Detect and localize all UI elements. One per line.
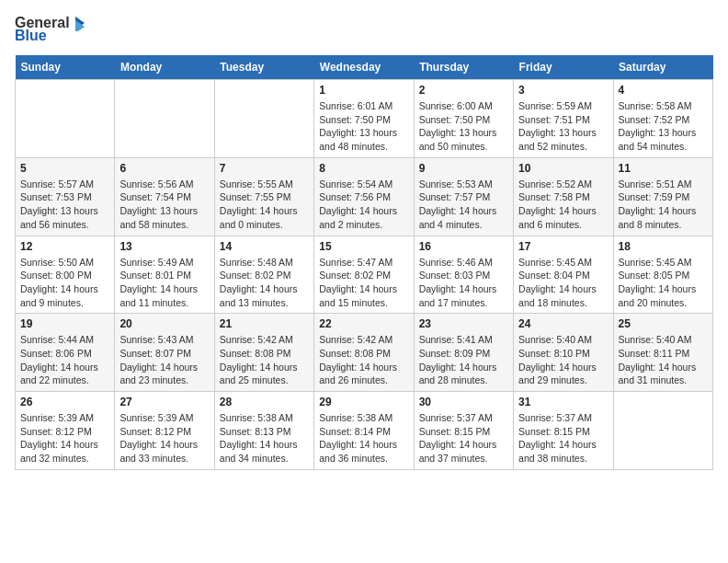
calendar-cell: 21Sunrise: 5:42 AMSunset: 8:08 PMDayligh… <box>214 314 313 392</box>
calendar-cell: 17Sunrise: 5:45 AMSunset: 8:04 PMDayligh… <box>514 236 613 314</box>
calendar-cell: 13Sunrise: 5:49 AMSunset: 8:01 PMDayligh… <box>115 236 214 314</box>
calendar-cell: 20Sunrise: 5:43 AMSunset: 8:07 PMDayligh… <box>115 314 214 392</box>
calendar-cell: 28Sunrise: 5:38 AMSunset: 8:13 PMDayligh… <box>214 392 313 470</box>
calendar-cell: 9Sunrise: 5:53 AMSunset: 7:57 PMDaylight… <box>414 157 513 236</box>
day-info: Sunrise: 5:39 AMSunset: 8:12 PMDaylight:… <box>119 411 209 465</box>
calendar-cell: 11Sunrise: 5:51 AMSunset: 7:59 PMDayligh… <box>613 157 712 236</box>
calendar-cell: 24Sunrise: 5:40 AMSunset: 8:10 PMDayligh… <box>514 314 613 392</box>
day-number: 14 <box>220 240 309 253</box>
day-number: 17 <box>518 240 608 253</box>
day-info: Sunrise: 6:00 AMSunset: 7:50 PMDaylight:… <box>419 99 508 154</box>
calendar-cell: 15Sunrise: 5:47 AMSunset: 8:02 PMDayligh… <box>314 236 414 314</box>
calendar-cell <box>613 392 712 470</box>
calendar-cell: 25Sunrise: 5:40 AMSunset: 8:11 PMDayligh… <box>613 314 712 392</box>
logo-blue-text: Blue <box>15 28 47 44</box>
day-info: Sunrise: 5:48 AMSunset: 8:02 PMDaylight:… <box>220 256 309 310</box>
day-number: 2 <box>419 84 508 97</box>
day-number: 31 <box>518 396 608 408</box>
day-info: Sunrise: 5:50 AMSunset: 8:00 PMDaylight:… <box>20 256 109 310</box>
day-info: Sunrise: 5:55 AMSunset: 7:55 PMDaylight:… <box>220 178 309 232</box>
day-number: 1 <box>319 84 408 97</box>
calendar-cell: 27Sunrise: 5:39 AMSunset: 8:12 PMDayligh… <box>115 392 214 470</box>
day-number: 9 <box>419 162 508 175</box>
calendar-cell: 23Sunrise: 5:41 AMSunset: 8:09 PMDayligh… <box>414 314 513 392</box>
day-header-friday: Friday <box>514 55 613 80</box>
day-number: 25 <box>619 317 708 330</box>
day-number: 27 <box>119 396 209 408</box>
day-number: 24 <box>518 317 608 330</box>
day-number: 7 <box>220 162 309 175</box>
day-number: 4 <box>619 84 708 97</box>
day-number: 26 <box>20 396 109 408</box>
day-number: 3 <box>518 84 608 97</box>
day-number: 11 <box>619 162 708 175</box>
week-row-3: 12Sunrise: 5:50 AMSunset: 8:00 PMDayligh… <box>16 236 713 314</box>
day-number: 22 <box>319 317 408 330</box>
day-number: 8 <box>319 162 408 175</box>
day-number: 12 <box>20 240 109 253</box>
day-info: Sunrise: 5:37 AMSunset: 8:15 PMDaylight:… <box>419 411 508 465</box>
calendar-cell: 7Sunrise: 5:55 AMSunset: 7:55 PMDaylight… <box>214 157 313 236</box>
day-info: Sunrise: 5:57 AMSunset: 7:53 PMDaylight:… <box>20 178 109 232</box>
calendar-cell: 16Sunrise: 5:46 AMSunset: 8:03 PMDayligh… <box>414 236 513 314</box>
logo-arrow-icon <box>72 15 88 31</box>
day-info: Sunrise: 5:45 AMSunset: 8:05 PMDaylight:… <box>619 256 708 310</box>
day-info: Sunrise: 5:46 AMSunset: 8:03 PMDaylight:… <box>419 256 508 310</box>
calendar-cell: 4Sunrise: 5:58 AMSunset: 7:52 PMDaylight… <box>613 80 712 158</box>
day-number: 29 <box>319 396 408 408</box>
day-header-monday: Monday <box>115 55 214 80</box>
day-info: Sunrise: 5:56 AMSunset: 7:54 PMDaylight:… <box>119 178 209 232</box>
calendar-cell: 8Sunrise: 5:54 AMSunset: 7:56 PMDaylight… <box>314 157 414 236</box>
calendar-table: SundayMondayTuesdayWednesdayThursdayFrid… <box>15 55 713 470</box>
calendar-cell <box>214 80 313 158</box>
day-info: Sunrise: 5:40 AMSunset: 8:11 PMDaylight:… <box>619 333 708 387</box>
day-number: 23 <box>419 317 508 330</box>
day-info: Sunrise: 5:38 AMSunset: 8:13 PMDaylight:… <box>220 411 309 465</box>
calendar-cell: 3Sunrise: 5:59 AMSunset: 7:51 PMDaylight… <box>514 80 613 158</box>
day-number: 20 <box>119 317 209 330</box>
day-info: Sunrise: 5:58 AMSunset: 7:52 PMDaylight:… <box>619 99 708 154</box>
day-number: 30 <box>419 396 508 408</box>
week-row-1: 1Sunrise: 6:01 AMSunset: 7:50 PMDaylight… <box>16 80 713 158</box>
calendar-cell: 18Sunrise: 5:45 AMSunset: 8:05 PMDayligh… <box>613 236 712 314</box>
day-number: 10 <box>518 162 608 175</box>
day-number: 13 <box>119 240 209 253</box>
day-info: Sunrise: 5:42 AMSunset: 8:08 PMDaylight:… <box>220 333 309 387</box>
day-header-sunday: Sunday <box>16 55 115 80</box>
page-header: General Blue <box>15 15 713 44</box>
day-info: Sunrise: 5:53 AMSunset: 7:57 PMDaylight:… <box>419 178 508 232</box>
day-number: 16 <box>419 240 508 253</box>
day-info: Sunrise: 5:59 AMSunset: 7:51 PMDaylight:… <box>518 99 608 154</box>
calendar-cell: 31Sunrise: 5:37 AMSunset: 8:15 PMDayligh… <box>514 392 613 470</box>
day-info: Sunrise: 5:47 AMSunset: 8:02 PMDaylight:… <box>319 256 408 310</box>
calendar-cell: 30Sunrise: 5:37 AMSunset: 8:15 PMDayligh… <box>414 392 513 470</box>
calendar-cell: 12Sunrise: 5:50 AMSunset: 8:00 PMDayligh… <box>16 236 115 314</box>
day-info: Sunrise: 5:39 AMSunset: 8:12 PMDaylight:… <box>20 411 109 465</box>
week-row-5: 26Sunrise: 5:39 AMSunset: 8:12 PMDayligh… <box>16 392 713 470</box>
day-info: Sunrise: 5:45 AMSunset: 8:04 PMDaylight:… <box>518 256 608 310</box>
day-number: 19 <box>20 317 109 330</box>
day-info: Sunrise: 5:51 AMSunset: 7:59 PMDaylight:… <box>619 178 708 232</box>
day-info: Sunrise: 5:49 AMSunset: 8:01 PMDaylight:… <box>119 256 209 310</box>
day-info: Sunrise: 6:01 AMSunset: 7:50 PMDaylight:… <box>319 99 408 154</box>
day-header-thursday: Thursday <box>414 55 513 80</box>
day-header-wednesday: Wednesday <box>314 55 414 80</box>
day-number: 15 <box>319 240 408 253</box>
calendar-cell: 29Sunrise: 5:38 AMSunset: 8:14 PMDayligh… <box>314 392 414 470</box>
calendar-cell: 1Sunrise: 6:01 AMSunset: 7:50 PMDaylight… <box>314 80 414 158</box>
day-info: Sunrise: 5:37 AMSunset: 8:15 PMDaylight:… <box>518 411 608 465</box>
day-number: 28 <box>220 396 309 408</box>
day-info: Sunrise: 5:38 AMSunset: 8:14 PMDaylight:… <box>319 411 408 465</box>
day-info: Sunrise: 5:43 AMSunset: 8:07 PMDaylight:… <box>119 333 209 387</box>
day-info: Sunrise: 5:44 AMSunset: 8:06 PMDaylight:… <box>20 333 109 387</box>
day-info: Sunrise: 5:42 AMSunset: 8:08 PMDaylight:… <box>319 333 408 387</box>
calendar-cell: 26Sunrise: 5:39 AMSunset: 8:12 PMDayligh… <box>16 392 115 470</box>
day-header-tuesday: Tuesday <box>214 55 313 80</box>
calendar-cell: 10Sunrise: 5:52 AMSunset: 7:58 PMDayligh… <box>514 157 613 236</box>
calendar-cell: 19Sunrise: 5:44 AMSunset: 8:06 PMDayligh… <box>16 314 115 392</box>
day-number: 18 <box>619 240 708 253</box>
day-number: 6 <box>119 162 209 175</box>
day-number: 21 <box>220 317 309 330</box>
calendar-cell: 5Sunrise: 5:57 AMSunset: 7:53 PMDaylight… <box>16 157 115 236</box>
day-number: 5 <box>20 162 109 175</box>
